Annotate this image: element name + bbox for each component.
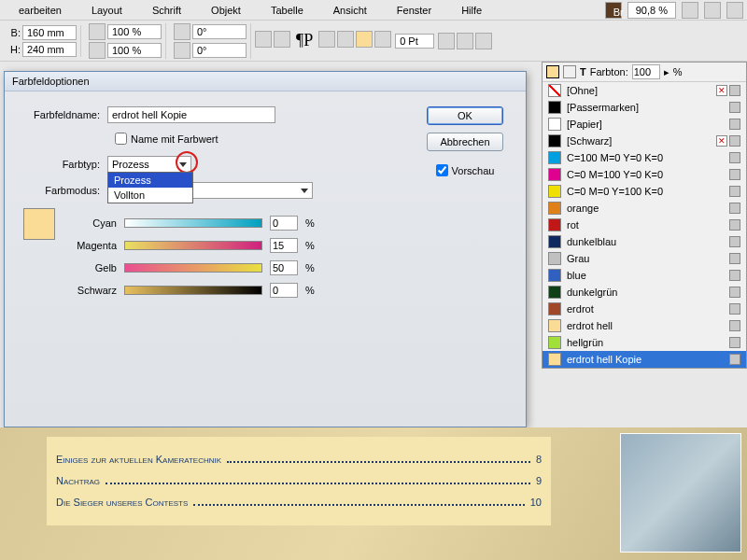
wrap-icon[interactable] xyxy=(457,33,473,49)
color-model-icon xyxy=(729,135,740,147)
swatch-chip-icon xyxy=(548,101,561,114)
color-type-dropdown[interactable]: Prozess Prozess Vollton xyxy=(107,156,191,173)
formatting-text-icon[interactable]: T xyxy=(580,66,586,77)
swatch-name: orange xyxy=(567,203,724,214)
swatch-row[interactable]: erdrot hell xyxy=(543,317,746,334)
apply-color-icon[interactable] xyxy=(374,31,391,48)
cancel-button[interactable]: Abbrechen xyxy=(427,133,503,151)
swatch-row[interactable]: erdrot hell Kopie xyxy=(543,351,746,368)
scale-x-input[interactable]: 100 % xyxy=(107,24,162,39)
slider-value-input[interactable] xyxy=(270,260,298,275)
color-model-icon xyxy=(729,169,740,180)
slider-label: Magenta xyxy=(68,240,117,251)
name-with-value-checkbox[interactable] xyxy=(115,133,127,145)
stroke-weight-input[interactable]: 0 Pt xyxy=(395,34,434,49)
swatch-chip-icon xyxy=(548,353,561,366)
flip-h-icon[interactable] xyxy=(255,31,272,48)
ok-button[interactable]: OK xyxy=(427,106,503,125)
width-input[interactable]: 160 mm xyxy=(22,25,77,40)
swatch-row[interactable]: [Papier] xyxy=(543,116,746,133)
swatch-name: erdrot hell Kopie xyxy=(567,354,724,365)
swatch-row[interactable]: [Passermarken] xyxy=(543,99,746,116)
swatch-chip-icon xyxy=(548,202,561,215)
slider-value-input[interactable] xyxy=(270,216,298,231)
swatch-row[interactable]: dunkelgrün xyxy=(543,284,746,301)
slider-track[interactable] xyxy=(124,241,262,250)
screen-mode-icon[interactable] xyxy=(704,2,721,19)
toc-leader xyxy=(193,504,524,506)
menu-hilfe[interactable]: Hilfe xyxy=(446,3,497,18)
swatch-chip-icon xyxy=(548,252,561,265)
color-model-icon xyxy=(729,303,740,315)
swatch-row[interactable]: [Ohne]✕ xyxy=(543,82,746,99)
swatch-name-input[interactable] xyxy=(107,106,275,123)
menu-tabelle[interactable]: Tabelle xyxy=(256,3,318,18)
toc-leader xyxy=(106,483,530,484)
color-type-menu: Prozess Vollton xyxy=(107,172,193,203)
current-fill-icon[interactable] xyxy=(546,65,559,78)
zoom-level[interactable]: 90,8 % xyxy=(627,2,676,19)
option-vollton[interactable]: Vollton xyxy=(108,188,192,203)
color-model-icon xyxy=(729,337,740,348)
swatch-chip-icon xyxy=(548,269,561,282)
select-container-icon[interactable] xyxy=(318,31,335,48)
swatch-row[interactable]: blue xyxy=(543,267,746,284)
swatch-row[interactable]: Grau xyxy=(543,250,746,267)
swatch-row[interactable]: dunkelblau xyxy=(543,233,746,250)
bridge-icon[interactable]: Br xyxy=(605,2,622,19)
chevron-down-icon xyxy=(301,189,308,193)
swatch-chip-icon xyxy=(548,168,561,181)
swatch-row[interactable]: C=0 M=0 Y=100 K=0 xyxy=(543,183,746,200)
document-background: Einiges zur aktuellen Kameratechnik8Nach… xyxy=(0,427,747,560)
control-toolbar: B:160 mm H:240 mm 100 % 100 % 0° 0° ¶P 0… xyxy=(0,21,747,62)
tint-arrow-icon[interactable]: ▸ xyxy=(664,66,669,78)
swatch-list[interactable]: [Ohne]✕[Passermarken][Papier][Schwarz]✕C… xyxy=(543,82,746,368)
menu-bearbeiten[interactable]: earbeiten xyxy=(4,3,77,18)
swatch-row[interactable]: rot xyxy=(543,217,746,233)
swatch-row[interactable]: C=0 M=100 Y=0 K=0 xyxy=(543,166,746,183)
fill-swatch-icon[interactable] xyxy=(356,31,373,48)
swatch-name: blue xyxy=(567,270,724,281)
color-model-icon xyxy=(729,119,740,130)
swatch-row[interactable]: erdrot xyxy=(543,301,746,317)
slider-label: Gelb xyxy=(68,262,117,273)
slider-track[interactable] xyxy=(124,218,262,228)
slider-track[interactable] xyxy=(124,263,262,273)
formatting-container-icon[interactable] xyxy=(563,65,576,78)
paragraph-icon[interactable]: ¶P xyxy=(292,31,317,50)
swatch-chip-icon xyxy=(548,319,561,332)
scale-y-input[interactable]: 100 % xyxy=(107,43,162,58)
toc-page: 8 xyxy=(536,454,542,465)
slider-value-input[interactable] xyxy=(270,238,298,253)
screen-mode2-icon[interactable] xyxy=(726,2,743,19)
menu-objekt[interactable]: Objekt xyxy=(196,3,256,18)
swatch-chip-icon xyxy=(548,151,561,164)
swatch-row[interactable]: hellgrün xyxy=(543,334,746,351)
preview-checkbox[interactable] xyxy=(436,164,448,176)
slider-track[interactable] xyxy=(124,286,262,295)
rotate-input[interactable]: 0° xyxy=(192,24,247,39)
color-model-icon xyxy=(729,354,740,365)
menu-layout[interactable]: Layout xyxy=(77,3,137,18)
swatch-row[interactable]: orange xyxy=(543,200,746,217)
select-content-icon[interactable] xyxy=(337,31,354,48)
option-prozess[interactable]: Prozess xyxy=(108,173,192,188)
shear-input[interactable]: 0° xyxy=(192,43,247,58)
swatch-row[interactable]: [Schwarz]✕ xyxy=(543,133,746,149)
swatch-name: dunkelgrün xyxy=(567,287,724,298)
menu-schrift[interactable]: Schrift xyxy=(137,3,196,18)
color-type-label: Farbtyp: xyxy=(23,159,107,170)
swatch-name: dunkelblau xyxy=(567,236,724,247)
swatch-row[interactable]: C=100 M=0 Y=0 K=0 xyxy=(543,149,746,166)
height-input[interactable]: 240 mm xyxy=(22,42,77,57)
menu-ansicht[interactable]: Ansicht xyxy=(318,3,382,18)
menu-fenster[interactable]: Fenster xyxy=(382,3,446,18)
flip-v-icon[interactable] xyxy=(274,31,290,48)
color-model-icon xyxy=(729,287,740,298)
arrange-icon[interactable] xyxy=(682,2,698,19)
slider-value-input[interactable] xyxy=(270,283,298,298)
fx-icon[interactable] xyxy=(438,33,455,49)
color-model-icon xyxy=(729,203,740,214)
corner-icon[interactable] xyxy=(475,33,492,49)
tint-input[interactable] xyxy=(632,64,660,79)
